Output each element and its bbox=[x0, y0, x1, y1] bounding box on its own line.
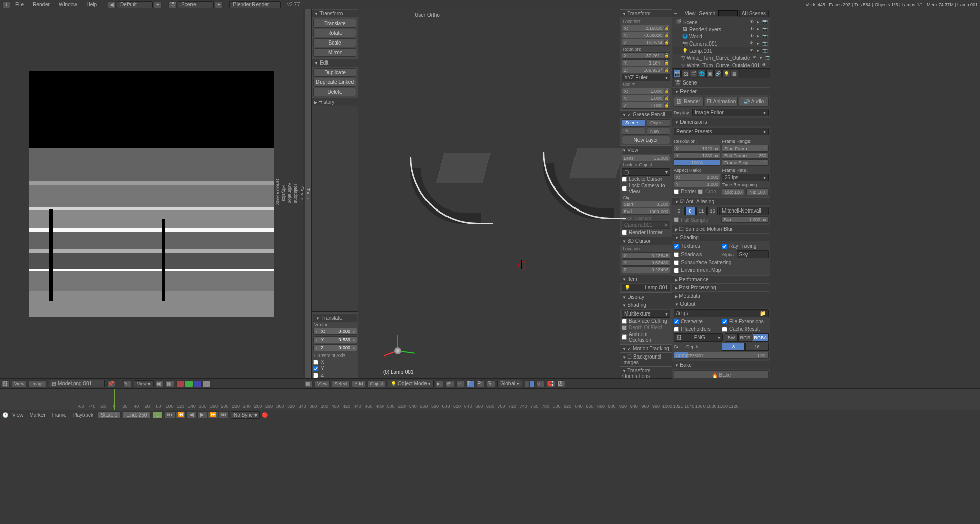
duplicate-button[interactable]: Duplicate bbox=[313, 68, 356, 77]
outliner-row[interactable]: ▽White_Turn_Curve_Outside👁▸📷 bbox=[673, 54, 769, 61]
shadows-chk[interactable]: Shadows bbox=[674, 250, 720, 258]
file-format[interactable]: 🖼PNG▾ bbox=[674, 333, 723, 342]
panel-transform-hdr[interactable]: Transform bbox=[312, 9, 358, 17]
outliner-row[interactable]: 💡Lamp.001👁▸📷 bbox=[673, 47, 769, 54]
select-menu[interactable]: Select bbox=[332, 380, 350, 387]
rot-z[interactable]: Z:106.936°🔓 bbox=[622, 67, 670, 73]
alpha-mode[interactable]: Sky bbox=[737, 250, 769, 258]
placeholders-chk[interactable]: Placeholders bbox=[674, 326, 720, 332]
info-editor-icon[interactable]: ℹ bbox=[2, 1, 10, 8]
cursor-z[interactable]: Z:-0.22492 bbox=[622, 266, 670, 273]
back-icon[interactable]: ◀ bbox=[108, 1, 116, 8]
shading-panel-hdr[interactable]: Shading bbox=[672, 233, 770, 241]
outliner-row[interactable]: 🎬Scene👁▸📷 bbox=[673, 18, 769, 26]
transform-orient[interactable]: Global ▾ bbox=[497, 380, 522, 387]
overwrite-chk[interactable]: Overwrite bbox=[674, 318, 720, 325]
start-frame[interactable]: Start Frame:1 bbox=[722, 145, 769, 152]
envmap-chk[interactable]: Environment Map bbox=[674, 267, 769, 274]
rgb-btn[interactable]: RGB bbox=[738, 333, 752, 342]
dimensions-panel-hdr[interactable]: Dimensions bbox=[672, 118, 770, 126]
tl-frame[interactable]: Frame bbox=[50, 412, 69, 418]
cache-chk[interactable]: Cache Result bbox=[722, 326, 769, 332]
res-x[interactable]: X:1920 px bbox=[674, 145, 720, 152]
tl-view[interactable]: View bbox=[10, 412, 26, 418]
n-torient-hdr[interactable]: Transform Orientations bbox=[620, 366, 672, 378]
rgba-btn[interactable]: RGBA bbox=[753, 333, 769, 342]
tab-tools[interactable]: Tools bbox=[305, 9, 311, 378]
tab-greasepencil[interactable]: Grease Pencil bbox=[274, 9, 281, 378]
duplicate-linked-button[interactable]: Duplicate Linked bbox=[313, 78, 356, 87]
3d-viewport[interactable]: User Ortho (0) Lamp.001 bbox=[358, 9, 620, 378]
layer-btn[interactable] bbox=[524, 380, 529, 387]
full-sample-chk[interactable]: Full Sample bbox=[674, 216, 720, 223]
rot-y[interactable]: Y:3.164°🔓 bbox=[622, 59, 670, 66]
playhead[interactable] bbox=[114, 389, 115, 410]
image-datablock[interactable]: 🖼 Model.png.001 bbox=[49, 380, 105, 387]
outliner-row[interactable]: ▽White_Turn_Curve_Outside.001👁▸📷 bbox=[673, 61, 769, 69]
layout-select[interactable]: Default bbox=[117, 1, 153, 8]
scale-button[interactable]: Scale bbox=[313, 38, 356, 47]
n-bgimg-hdr[interactable]: ☐ Background Images bbox=[620, 352, 672, 366]
compression-field[interactable]: Compression:15% bbox=[674, 352, 769, 359]
cursor-x[interactable]: X:0.22648 bbox=[622, 252, 670, 259]
aa-size[interactable]: Size:1.000 px bbox=[721, 216, 769, 223]
object-menu[interactable]: Object bbox=[367, 380, 386, 387]
n-grease-hdr[interactable]: ✓ Grease Pencil bbox=[620, 110, 672, 118]
manip-s-icon[interactable]: S bbox=[487, 380, 495, 387]
keyframe-next-icon[interactable]: ⏩ bbox=[208, 411, 218, 418]
framerate[interactable]: 25 fps▾ bbox=[722, 174, 769, 181]
tl-marker[interactable]: Marker bbox=[28, 412, 48, 418]
channel-g-icon[interactable] bbox=[185, 380, 193, 387]
tab-world-icon[interactable]: 🌐 bbox=[698, 70, 706, 77]
outliner-row[interactable]: 🖼RenderLayers👁▸📷 bbox=[673, 26, 769, 33]
old-field[interactable]: Old: 100 bbox=[722, 188, 744, 195]
render-border-chk[interactable]: Render Border bbox=[622, 229, 670, 236]
op-cx[interactable]: X bbox=[313, 359, 357, 365]
translate-button[interactable]: Translate bbox=[313, 19, 356, 28]
engine-select[interactable]: Blender Render bbox=[229, 1, 281, 8]
uv-mode[interactable]: View ▾ bbox=[134, 380, 154, 387]
shading-mode[interactable]: Multitexture▾ bbox=[622, 310, 670, 318]
op-vec-x[interactable]: ◂X:0.000▸ bbox=[313, 328, 357, 335]
tab-renderlayers-icon[interactable]: 🖼 bbox=[681, 70, 689, 77]
uv-toggle-1[interactable]: ▣ bbox=[156, 380, 164, 387]
outliner-row[interactable]: 📷Camera.001👁▸📷 bbox=[673, 40, 769, 47]
menu-render[interactable]: Render bbox=[29, 1, 54, 8]
res-y[interactable]: Y:1080 px bbox=[674, 152, 720, 159]
snap-icon[interactable]: 🧲 bbox=[547, 380, 555, 387]
tl-end[interactable]: End: 250 bbox=[123, 411, 151, 419]
jump-end-icon[interactable]: ⏭ bbox=[219, 411, 229, 418]
new-field[interactable]: Ne: 100 bbox=[746, 188, 769, 195]
dof-chk[interactable]: Depth Of Field bbox=[622, 324, 670, 331]
cursor-y[interactable]: Y:0.52480 bbox=[622, 259, 670, 266]
op-cy[interactable]: Y bbox=[313, 365, 357, 372]
outliner-search[interactable] bbox=[718, 10, 738, 16]
bw-btn[interactable]: BW bbox=[725, 333, 738, 342]
view-menu[interactable]: View bbox=[683, 11, 698, 16]
output-path[interactable]: /tmp\📁 bbox=[674, 309, 769, 317]
outliner-editor-icon[interactable]: ☰ bbox=[674, 10, 681, 16]
manip-r-icon[interactable]: R bbox=[477, 380, 485, 387]
meta-hdr[interactable]: Metadata bbox=[672, 291, 770, 300]
loc-y[interactable]: Y:-0.38020🔓 bbox=[622, 32, 670, 38]
tab-scene-icon[interactable]: 🎬 bbox=[690, 70, 697, 77]
aa-8[interactable]: 8 bbox=[685, 207, 696, 215]
tab-render-icon[interactable]: 📷 bbox=[673, 70, 681, 77]
n-cursor-hdr[interactable]: 3D Cursor bbox=[620, 237, 672, 245]
render-panel-hdr[interactable]: Render bbox=[672, 87, 770, 95]
op-vec-y[interactable]: ◂Y:-0.539▸ bbox=[313, 336, 357, 343]
rotation-mode[interactable]: XYZ Euler▾ bbox=[622, 74, 670, 81]
layer-btn-active[interactable] bbox=[529, 380, 535, 387]
smb-hdr[interactable]: ☐ Sampled Motion Blur bbox=[672, 225, 770, 233]
perf-hdr[interactable]: Performance bbox=[672, 275, 770, 283]
end-frame[interactable]: End Frame:250 bbox=[722, 152, 769, 159]
delete-button[interactable]: Delete bbox=[313, 88, 356, 96]
aa-16[interactable]: 16 bbox=[707, 207, 718, 215]
audio-button[interactable]: 🔊 Audio bbox=[739, 97, 769, 107]
gp-object[interactable]: Object bbox=[647, 119, 670, 127]
uv-toggle-2[interactable]: ▦ bbox=[166, 380, 174, 387]
fileext-chk[interactable]: File Extensions bbox=[722, 318, 769, 325]
shading-icon[interactable]: ● bbox=[436, 380, 444, 387]
image-editor-type-icon[interactable]: 🖼 bbox=[2, 380, 10, 387]
autokey-icon[interactable]: 🔴 bbox=[262, 412, 268, 418]
